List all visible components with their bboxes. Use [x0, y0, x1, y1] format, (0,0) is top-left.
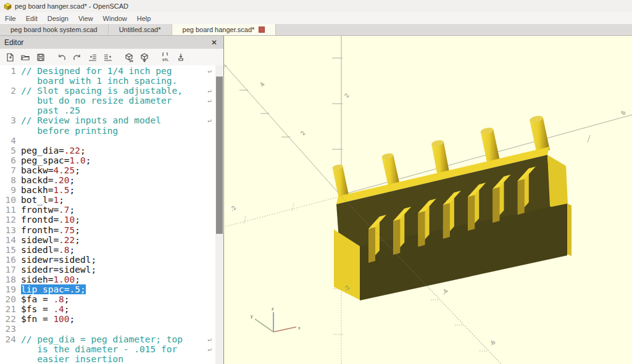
editor-toolbar: STL [0, 49, 223, 65]
line-number: 6 [0, 155, 16, 165]
line-number: 15 [0, 245, 16, 255]
unindent-icon[interactable] [85, 50, 100, 64]
code-line[interactable]: 13fronth=.75; [0, 225, 223, 235]
indicator-y-label: y [251, 314, 253, 319]
line-text: // Review inputs and model [21, 115, 161, 125]
line-number: 3 [0, 115, 16, 125]
code-line[interactable]: 5peg_dia=.22; [0, 146, 223, 155]
code-line[interactable]: 10bot_l=1; [0, 195, 223, 205]
line-text: sidedl=.8; [21, 245, 75, 255]
line-number: 17 [0, 265, 16, 275]
redo-icon[interactable] [69, 50, 85, 64]
line-text: peg_spac=1.0; [21, 155, 91, 165]
editor-scrollbar[interactable] [215, 65, 223, 364]
export-stl-icon[interactable]: STL [157, 50, 173, 64]
code-line[interactable]: before printing [0, 126, 223, 136]
send-to-printer-icon[interactable] [173, 50, 188, 64]
tab[interactable]: peg board hook system.scad [0, 24, 109, 35]
wrap-indicator-icon: ↵ [207, 96, 212, 105]
code-line[interactable]: 9backh=1.5; [0, 185, 223, 195]
menu-design[interactable]: Design [43, 12, 73, 24]
code-line[interactable]: 20$fa = .8; [0, 294, 223, 304]
wrap-indicator-icon: ↵ [207, 86, 212, 96]
code-line[interactable]: but do no resize diameter↵ [0, 96, 223, 105]
line-number: 14 [0, 235, 16, 245]
code-line[interactable]: 12frontd=.10; [0, 215, 223, 225]
code-line[interactable]: 14sidewl=.22; [0, 235, 223, 245]
code-area[interactable]: 1// Designed for 1/4 inch peg↵ board wit… [0, 65, 223, 364]
code-line[interactable]: 17sidedr=sidewl; [0, 265, 223, 275]
indent-icon[interactable] [100, 50, 115, 64]
wrap-indicator-icon: ↵ [207, 344, 212, 354]
tab-close-icon[interactable] [259, 27, 265, 33]
code-line[interactable]: 15sidedl=.8; [0, 245, 223, 255]
tab[interactable]: Untitled.scad* [109, 24, 172, 35]
preview-icon[interactable] [121, 50, 136, 64]
new-file-icon[interactable] [2, 50, 17, 64]
menu-bar: FileEditDesignViewWindowHelp [0, 12, 632, 24]
line-number: 12 [0, 215, 16, 225]
code-line[interactable]: 22$fn = 100; [0, 314, 223, 324]
line-text: peg_dia=.22; [21, 146, 86, 155]
line-number: 22 [0, 314, 16, 324]
line-number: 8 [0, 175, 16, 185]
code-line[interactable]: 8backd=.20; [0, 175, 223, 185]
code-line[interactable]: board with 1 inch spacing. [0, 76, 223, 86]
wrap-indicator-icon: ↵ [207, 334, 212, 344]
save-file-icon[interactable] [33, 50, 48, 64]
undo-icon[interactable] [54, 50, 69, 64]
code-line[interactable]: 2// Slot spacing is adjustable,↵ [0, 86, 223, 96]
line-number: 9 [0, 185, 16, 195]
code-line[interactable]: 21$fs = .4; [0, 304, 223, 314]
line-text: backd=.20; [21, 175, 75, 185]
menu-view[interactable]: View [73, 12, 98, 24]
code-line[interactable]: 7backw=4.25; [0, 165, 223, 175]
code-line[interactable]: 6peg_spac=1.0; [0, 155, 223, 165]
scrollbar-thumb[interactable] [216, 77, 223, 234]
line-number: 2 [0, 86, 16, 96]
code-line[interactable]: 3// Review inputs and model↵ [0, 115, 223, 125]
line-number [0, 76, 16, 86]
line-text: sidedr=sidewl; [21, 265, 96, 275]
code-line[interactable]: 24// peg_dia = peg diameter; top↵ [0, 334, 223, 344]
line-text: past .25 [21, 105, 80, 115]
openscad-logo-icon [3, 2, 12, 10]
render-icon[interactable] [136, 50, 152, 64]
code-line[interactable]: easier insertion [0, 354, 223, 364]
menu-help[interactable]: Help [132, 12, 156, 24]
editor-close-icon[interactable]: ✕ [209, 38, 219, 47]
line-text: $fs = .4; [21, 304, 70, 314]
line-number: 4 [0, 136, 16, 146]
line-number [0, 105, 16, 115]
line-text: fronth=.75; [21, 225, 80, 235]
menu-window[interactable]: Window [98, 12, 132, 24]
tab-label: peg board hook system.scad [10, 26, 98, 33]
menu-edit[interactable]: Edit [21, 12, 43, 24]
code-line[interactable]: 11frontw=.7; [0, 205, 223, 215]
code-line[interactable]: 19lip_spac=.5; [0, 284, 223, 294]
line-number [0, 96, 16, 105]
open-file-icon[interactable] [17, 50, 33, 64]
line-number: 19 [0, 284, 16, 294]
menu-file[interactable]: File [0, 12, 21, 24]
code-line[interactable]: 16sidewr=sidedl; [0, 255, 223, 265]
line-number: 10 [0, 195, 16, 205]
line-number: 1 [0, 66, 16, 76]
wrap-indicator-icon: ↵ [207, 66, 212, 76]
code-line[interactable]: 1// Designed for 1/4 inch peg↵ [0, 66, 223, 76]
line-number: 24 [0, 334, 16, 344]
editor-header: Editor ✕ [0, 36, 223, 49]
viewport-3d[interactable]: 4226-2-2-4-6 z y x [224, 36, 632, 364]
tab[interactable]: peg board hanger.scad* [172, 24, 276, 35]
code-line[interactable]: is the diameter - .015 for↵ [0, 344, 223, 354]
line-number: 13 [0, 225, 16, 235]
code-line[interactable]: 18sideh=1.00; [0, 275, 223, 284]
line-text: sidewr=sidedl; [21, 255, 96, 265]
code-line[interactable]: past .25 [0, 105, 223, 115]
code-line[interactable]: 23 [0, 324, 223, 334]
line-text: // Designed for 1/4 inch peg [21, 66, 172, 76]
fin-front-face [518, 179, 525, 215]
line-number: 16 [0, 255, 16, 265]
code-line[interactable]: 4 [0, 136, 223, 146]
line-text: easier insertion [21, 354, 123, 364]
